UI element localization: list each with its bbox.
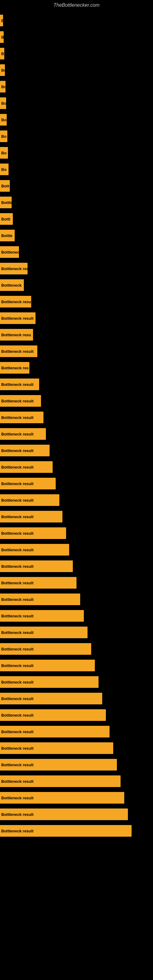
bar-row: Bo [0,95,153,111]
bar-item[interactable]: Bottleneck result [0,312,35,324]
bar-row: Bottleneck result [0,822,153,839]
bar-item[interactable]: Bottleneck result [0,593,80,605]
bar-row: Bottleneck result [0,426,153,442]
bar-row: Bottleneck result [0,574,153,591]
bar-item[interactable]: Bottleneck result [0,428,46,440]
bar-row: Bottleneck res [0,360,153,376]
bar-item[interactable]: Bo [0,81,5,92]
bar-row: Bottleneck result [0,442,153,459]
bar-item[interactable]: Bottleneck [0,279,24,291]
bar-row: Bottleneck result [0,707,153,723]
bar-item[interactable]: Bottleneck [0,246,19,258]
bar-item[interactable]: Bottle [0,230,15,241]
bar-item[interactable]: Bottleneck resul [0,296,31,307]
bar-item[interactable]: Bottleneck result [0,676,99,688]
bar-row: Bottleneck result [0,475,153,492]
bar-item[interactable]: Bottleneck result [0,627,88,638]
bar-row: Bo [0,161,153,178]
bar-row: Bo [0,145,153,161]
bar-item[interactable]: Bottleneck result [0,527,66,539]
bar-row: Bo [0,111,153,128]
bar-row: Bottle [0,194,153,211]
bar-row: Bottleneck result [0,492,153,508]
bar-row: Bottleneck result [0,608,153,624]
bar-item[interactable]: Bottle [0,197,12,208]
bar-row: Bottleneck result [0,409,153,426]
bar-item[interactable]: Bottleneck result [0,709,106,721]
bar-row: Bottleneck [0,244,153,260]
bar-item[interactable]: Bottleneck result [0,478,56,489]
bar-item[interactable]: Bottleneck result [0,693,102,705]
bar-item[interactable]: Bottleneck result [0,445,49,456]
bar-row: Bo [0,62,153,78]
bar-row: Bottleneck result [0,393,153,409]
bar-row: Bottleneck result [0,376,153,393]
bar-item[interactable]: B [0,48,4,59]
bar-row: Bott [0,178,153,194]
bar-row: Bottl [0,211,153,227]
bar-item[interactable]: Bottleneck result [0,775,121,787]
bar-row: Bottleneck res [0,260,153,277]
bar-row: Bottleneck result [0,657,153,674]
bar-item[interactable]: Bo [0,147,8,159]
bar-item[interactable]: Bottleneck res [0,263,27,274]
bar-item[interactable]: Bo [0,164,9,175]
bar-row: Bottle [0,227,153,244]
bar-item[interactable]: Bo [0,114,7,126]
bar-item[interactable]: Bottleneck result [0,511,62,522]
bar-item[interactable]: Bottleneck result [0,412,43,423]
bar-item[interactable]: Bottleneck result [0,560,73,572]
bar-item[interactable]: Bottleneck result [0,395,41,407]
bar-row: Bo [0,78,153,95]
bar-item[interactable]: Bottleneck result [0,345,37,357]
bar-row: Bottleneck result [0,624,153,641]
bar-row: Bottleneck resul [0,293,153,310]
bar-item[interactable]: Bottleneck result [0,742,113,754]
bar-row: Bottleneck result [0,508,153,525]
bar-row: Bottleneck result [0,723,153,740]
bar-item[interactable]: Bottleneck resu [0,329,33,340]
bar-item[interactable]: Bo [0,130,7,142]
bar-row: Bottleneck result [0,690,153,707]
bar-row: Bottleneck result [0,641,153,657]
bar-row: Bottleneck result [0,756,153,773]
bar-row: Bottleneck result [0,343,153,360]
bar-item[interactable]: Bottleneck result [0,726,110,737]
bar-row: Bottleneck resu [0,326,153,343]
bar-item[interactable]: Bottleneck result [0,577,76,589]
bar-item[interactable]: Bo [0,97,6,109]
bar-item[interactable]: Bottleneck result [0,759,117,770]
bar-item[interactable]: Bottleneck result [0,808,128,820]
site-title: TheBottlenecker.com [0,0,153,9]
bar-row: Bottleneck result [0,789,153,806]
bar-item[interactable]: B [0,31,4,43]
bar-row: Bottleneck result [0,525,153,541]
bar-row: B [0,45,153,62]
bar-item[interactable]: B [0,15,3,26]
bar-item[interactable]: Bottleneck result [0,494,59,506]
bar-row: B [0,29,153,45]
bar-row: Bottleneck result [0,459,153,475]
bar-row: Bottleneck result [0,310,153,326]
bar-row: B [0,12,153,29]
bar-row: Bottleneck result [0,740,153,756]
bar-item[interactable]: Bottleneck result [0,792,124,803]
bar-row: Bo [0,128,153,145]
bar-item[interactable]: Bottleneck result [0,461,53,473]
bar-item[interactable]: Bottleneck result [0,544,69,555]
bar-row: Bottleneck result [0,558,153,574]
bar-row: Bottleneck [0,277,153,293]
bar-item[interactable]: Bottleneck res [0,362,29,374]
bar-item[interactable]: Bottleneck result [0,660,95,671]
bar-item[interactable]: Bottl [0,213,13,225]
bar-item[interactable]: Bottleneck result [0,610,84,622]
bars-container: BBBBoBoBoBoBoBoBoBottBottleBottlBottleBo… [0,9,153,842]
bar-item[interactable]: Bott [0,180,10,192]
bar-item[interactable]: Bottleneck result [0,643,91,655]
bar-row: Bottleneck result [0,541,153,558]
bar-item[interactable]: Bottleneck result [0,379,39,390]
bar-row: Bottleneck result [0,806,153,822]
bar-item[interactable]: Bottleneck result [0,825,132,837]
bar-row: Bottleneck result [0,591,153,608]
bar-item[interactable]: Bo [0,64,5,76]
